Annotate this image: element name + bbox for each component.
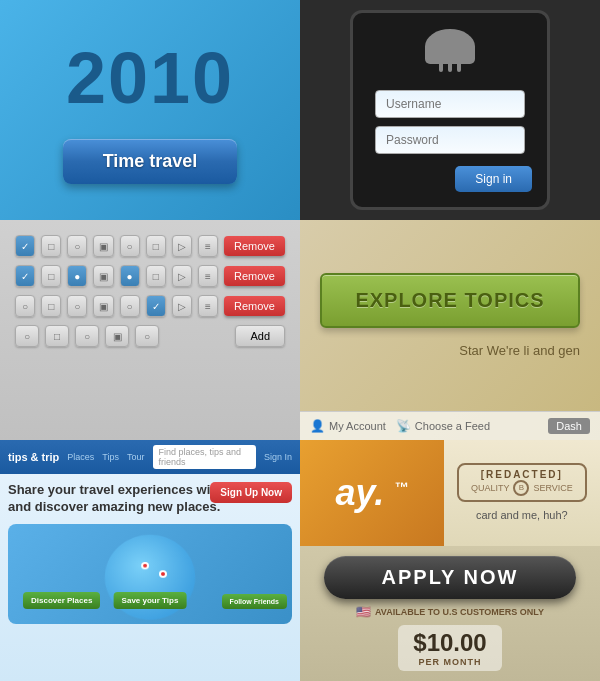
icon-btn-15[interactable]: ✓ [146, 295, 166, 317]
explore-topics-cell: EXPLORE TOPICS Star We're li and gen 👤 M… [300, 220, 600, 440]
radio-btn-4[interactable]: ○ [67, 295, 87, 317]
icon-btn-16[interactable]: ▷ [172, 295, 192, 317]
radio-btn-2[interactable]: ● [67, 265, 87, 287]
year-display: 2010 [66, 37, 234, 119]
check-toggle-2[interactable]: ✓ [15, 265, 35, 287]
add-button[interactable]: Add [235, 325, 285, 347]
time-travel-cell: 2010 Time travel [0, 0, 300, 220]
icon-btn-8[interactable]: ▣ [93, 265, 113, 287]
price-period: PER MONTH [413, 657, 486, 667]
apply-tagline: ay. ™ [335, 475, 408, 511]
icon-btn-12[interactable]: □ [41, 295, 61, 317]
radio-btn-3[interactable]: ● [120, 265, 140, 287]
remove-button-2[interactable]: Remove [224, 266, 285, 286]
icon-btn-3[interactable]: ○ [120, 235, 140, 257]
my-account-nav[interactable]: 👤 My Account [310, 419, 386, 433]
dash-tab[interactable]: Dash [548, 418, 590, 434]
apply-bottom-section: APPLY NOW 🇺🇸 AVAILABLE TO U.S CUSTOMERS … [300, 546, 600, 681]
explore-navigation: 👤 My Account 📡 Choose a Feed Dash [300, 411, 600, 440]
chef-cloud-icon [420, 29, 480, 74]
control-row-3: ○ □ ○ ▣ ○ ✓ ▷ ≡ Remove [15, 295, 285, 317]
choose-feed-nav[interactable]: 📡 Choose a Feed [396, 419, 490, 433]
signup-now-button[interactable]: Sign Up Now [210, 482, 292, 503]
check-toggle-1[interactable]: ✓ [15, 235, 35, 257]
apply-top-section: ay. ™ [REDACTED] QUALITY B SERVICE card … [300, 440, 600, 546]
icon-btn-22[interactable]: ○ [135, 325, 159, 347]
username-input[interactable] [375, 90, 525, 118]
travel-nav: Places Tips Tour [67, 452, 144, 462]
apply-right-panel: [REDACTED] QUALITY B SERVICE card and me… [444, 440, 600, 546]
drip-3 [457, 64, 461, 72]
explore-topics-button[interactable]: EXPLORE TOPICS [320, 273, 580, 328]
travel-map: Discover Places Save your Tips Follow Fr… [8, 524, 292, 624]
icon-btn-21[interactable]: ▣ [105, 325, 129, 347]
start-text: Star We're li and gen [459, 343, 580, 358]
nav-places[interactable]: Places [67, 452, 94, 462]
drip-2 [448, 64, 452, 72]
icon-btn-2[interactable]: ▣ [93, 235, 113, 257]
quality-circle-icon: B [513, 480, 529, 496]
quality-badge: QUALITY B SERVICE [471, 480, 573, 496]
remove-button-1[interactable]: Remove [224, 236, 285, 256]
icon-btn-17[interactable]: ≡ [198, 295, 218, 317]
icon-btn-6[interactable]: ≡ [198, 235, 218, 257]
radio-btn-1[interactable]: ○ [67, 235, 87, 257]
icon-btn-9[interactable]: □ [146, 265, 166, 287]
password-input[interactable] [375, 126, 525, 154]
control-row-2: ✓ □ ● ▣ ● □ ▷ ≡ Remove [15, 265, 285, 287]
icon-btn-4[interactable]: □ [146, 235, 166, 257]
control-row-4: ○ □ ○ ▣ ○ Add [15, 325, 285, 347]
travel-body: Share your travel experiences with frien… [0, 474, 300, 632]
redacted-title: [REDACTED] [471, 469, 573, 480]
signin-button[interactable]: Sign in [455, 166, 532, 192]
icon-btn-19[interactable]: □ [45, 325, 69, 347]
discover-places-button[interactable]: Discover Places [23, 592, 100, 609]
icon-btn-20[interactable]: ○ [75, 325, 99, 347]
control-row-1: ✓ □ ○ ▣ ○ □ ▷ ≡ Remove [15, 235, 285, 257]
account-icon: 👤 [310, 419, 325, 433]
icon-btn-11[interactable]: ≡ [198, 265, 218, 287]
drips-decoration [420, 64, 480, 72]
icon-btn-10[interactable]: ▷ [172, 265, 192, 287]
login-phone-frame: Sign in [350, 10, 550, 210]
card-text: card and me, huh? [476, 508, 568, 523]
map-pin-1 [141, 561, 149, 568]
ui-controls-cell: ✓ □ ○ ▣ ○ □ ▷ ≡ Remove ✓ □ ● ▣ ● □ ▷ ≡ R… [0, 220, 300, 440]
travel-header: tips & trip Places Tips Tour Find places… [0, 440, 300, 474]
redacted-badge: [REDACTED] QUALITY B SERVICE [457, 463, 587, 502]
nav-tips[interactable]: Tips [102, 452, 119, 462]
explore-top-area: EXPLORE TOPICS Star We're li and gen [300, 220, 600, 411]
follow-friends-button[interactable]: Follow Friends [222, 594, 287, 609]
us-only-notice: 🇺🇸 AVAILABLE TO U.S CUSTOMERS ONLY [356, 605, 544, 619]
icon-btn-18[interactable]: ○ [15, 325, 39, 347]
drip-1 [439, 64, 443, 72]
travel-logo: tips & trip [8, 451, 59, 463]
map-pin-2 [159, 570, 167, 578]
login-cell: Sign in [300, 0, 600, 220]
travel-app-cell: tips & trip Places Tips Tour Find places… [0, 440, 300, 681]
check-toggle-3[interactable]: ○ [15, 295, 35, 317]
icon-btn-14[interactable]: ○ [120, 295, 140, 317]
icon-btn-7[interactable]: □ [41, 265, 61, 287]
apply-now-button[interactable]: APPLY NOW [324, 556, 576, 599]
travel-search-box[interactable]: Find places, tips and friends [153, 445, 256, 469]
icon-btn-5[interactable]: ▷ [172, 235, 192, 257]
chef-hat-shape [425, 29, 475, 64]
remove-button-3[interactable]: Remove [224, 296, 285, 316]
icon-btn-13[interactable]: ▣ [93, 295, 113, 317]
apply-now-cell: ay. ™ [REDACTED] QUALITY B SERVICE card … [300, 440, 600, 681]
apply-left-banner: ay. ™ [300, 440, 444, 546]
icon-btn-1[interactable]: □ [41, 235, 61, 257]
save-tips-button[interactable]: Save your Tips [114, 592, 187, 609]
us-flag-icon: 🇺🇸 [356, 605, 371, 619]
nav-tour[interactable]: Tour [127, 452, 145, 462]
travel-signin[interactable]: Sign In [264, 452, 292, 462]
price-amount: $10.00 [413, 629, 486, 657]
feed-icon: 📡 [396, 419, 411, 433]
price-box: $10.00 PER MONTH [398, 625, 501, 671]
time-travel-button[interactable]: Time travel [63, 139, 238, 184]
